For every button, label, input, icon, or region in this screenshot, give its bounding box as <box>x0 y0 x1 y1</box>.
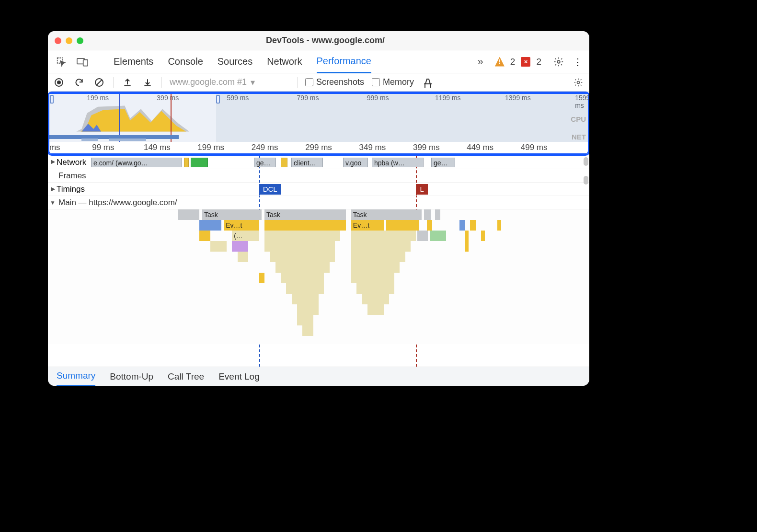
timings-track[interactable]: ▶ Timings DCL L <box>48 183 589 196</box>
garbage-collect-icon[interactable] <box>422 76 434 89</box>
overview-timeline[interactable]: 199 ms 399 ms 599 ms 799 ms 999 ms 1199 … <box>49 94 588 142</box>
overview-cpu-chart <box>49 103 588 134</box>
panel-tabbar: Elements Console Sources Network Perform… <box>48 50 589 73</box>
minimize-icon[interactable] <box>66 37 72 44</box>
svg-point-3 <box>557 60 560 63</box>
network-label: Network <box>57 158 86 167</box>
tab-elements[interactable]: Elements <box>114 50 153 73</box>
svg-point-8 <box>577 81 580 83</box>
collapse-icon[interactable]: ▼ <box>48 199 57 206</box>
devtools-window: DevTools - www.google.com/ Elements Cons… <box>48 31 589 386</box>
reload-record-icon[interactable] <box>73 76 85 89</box>
tracks-panel: ▶ Network e.com/ (www.go… ge… client… v.… <box>48 156 589 367</box>
tab-sources[interactable]: Sources <box>218 50 252 73</box>
error-icon[interactable]: × <box>521 57 530 67</box>
tab-call-tree[interactable]: Call Tree <box>168 367 204 386</box>
screenshots-checkbox[interactable]: Screenshots <box>305 77 364 87</box>
load-marker[interactable]: L <box>416 184 427 195</box>
clear-icon[interactable] <box>93 76 105 89</box>
timings-label: Timings <box>57 185 85 194</box>
tab-bottom-up[interactable]: Bottom-Up <box>110 367 153 386</box>
overview-highlight: 199 ms 399 ms 599 ms 799 ms 999 ms 1199 … <box>48 92 589 156</box>
window-title: DevTools - www.google.com/ <box>90 35 589 46</box>
tab-summary[interactable]: Summary <box>57 367 95 386</box>
network-track[interactable]: ▶ Network e.com/ (www.go… ge… client… v.… <box>48 156 589 169</box>
expand-icon[interactable]: ▶ <box>48 185 57 192</box>
detail-tabbar: Summary Bottom-Up Call Tree Event Log <box>48 367 589 386</box>
tab-console[interactable]: Console <box>168 50 203 73</box>
inspect-icon[interactable] <box>53 53 70 70</box>
detail-ruler[interactable]: ms 99 ms 149 ms 199 ms 249 ms 299 ms 349… <box>49 142 588 153</box>
svg-line-7 <box>96 80 102 85</box>
download-icon[interactable] <box>141 76 154 89</box>
overview-cpu-label: CPU <box>571 115 586 123</box>
more-tabs-icon[interactable]: » <box>475 56 486 68</box>
tab-performance[interactable]: Performance <box>317 50 372 73</box>
tab-event-log[interactable]: Event Log <box>218 367 260 386</box>
svg-rect-2 <box>83 59 88 66</box>
warning-count[interactable]: 2 <box>510 57 516 67</box>
svg-point-5 <box>57 81 61 84</box>
titlebar: DevTools - www.google.com/ <box>48 31 589 50</box>
kebab-menu-icon[interactable]: ⋮ <box>571 56 585 68</box>
memory-checkbox[interactable]: Memory <box>372 77 414 87</box>
device-toggle-icon[interactable] <box>74 53 91 70</box>
perf-toolbar: www.google.com #1 ▾ Screenshots Memory <box>48 73 589 92</box>
record-icon[interactable] <box>53 76 65 89</box>
capture-settings-icon[interactable] <box>572 76 585 89</box>
frames-track[interactable]: Frames <box>48 169 589 183</box>
overview-net-label: NET <box>572 133 586 141</box>
recording-selector[interactable]: www.google.com #1 ▾ <box>170 77 289 88</box>
chevron-down-icon: ▾ <box>251 77 255 88</box>
settings-icon[interactable] <box>550 53 567 70</box>
close-icon[interactable] <box>55 37 61 44</box>
zoom-icon[interactable] <box>77 37 83 44</box>
main-track-header[interactable]: ▼ Main — https://www.google.com/ <box>48 196 589 209</box>
tab-network[interactable]: Network <box>267 50 302 73</box>
flame-chart[interactable]: Task Task Task Ev…t Ev…t (… <box>48 209 589 344</box>
warning-icon[interactable]: ! <box>495 57 505 67</box>
upload-icon[interactable] <box>121 76 134 89</box>
error-count[interactable]: 2 <box>536 57 541 67</box>
expand-icon[interactable]: ▶ <box>48 158 57 165</box>
dcl-marker[interactable]: DCL <box>259 184 281 195</box>
